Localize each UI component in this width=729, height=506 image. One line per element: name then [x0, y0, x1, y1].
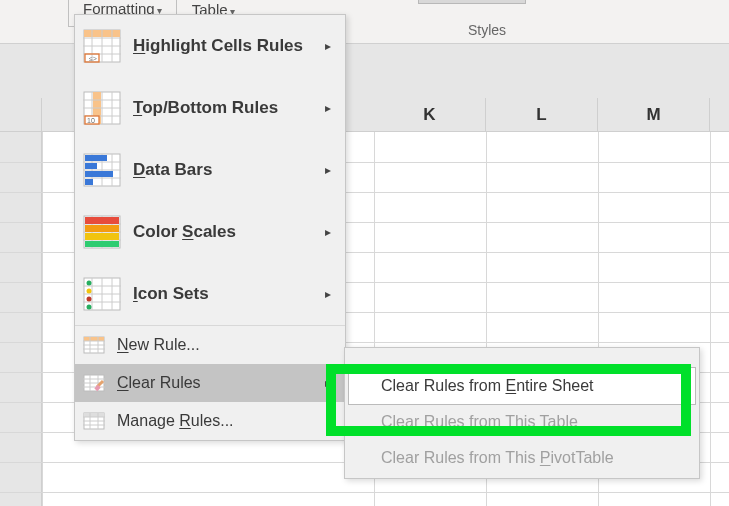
svg-text:≤>: ≤> — [89, 55, 97, 62]
submenu-item-clear-this-table: Clear Rules from This Table — [345, 404, 699, 440]
submenu-arrow-icon: ▸ — [325, 101, 331, 115]
clear-rules-icon — [81, 372, 107, 394]
submenu-item-clear-this-pivottable: Clear Rules from This PivotTable — [345, 440, 699, 476]
menu-item-clear-rules[interactable]: Clear Rules ▸ — [75, 364, 345, 402]
svg-rect-9 — [85, 155, 107, 161]
manage-rules-icon — [81, 410, 107, 432]
menu-item-label: Top/Bottom Rules — [123, 98, 325, 118]
svg-point-20 — [87, 289, 92, 294]
svg-point-19 — [87, 281, 92, 286]
svg-rect-14 — [85, 217, 119, 224]
color-scales-icon — [81, 213, 123, 251]
menu-item-label: Color Scales — [123, 222, 325, 242]
cell-styles-preview[interactable] — [418, 0, 526, 4]
svg-rect-17 — [85, 241, 119, 247]
icon-sets-icon — [81, 275, 123, 313]
svg-rect-10 — [85, 163, 97, 169]
column-header[interactable]: L — [486, 98, 598, 131]
conditional-formatting-menu: ≤> Highlight Cells Rules ▸ 10 Top/Bottom… — [74, 14, 346, 441]
menu-item-icon-sets[interactable]: Icon Sets ▸ — [75, 263, 345, 325]
submenu-arrow-icon: ▸ — [325, 376, 331, 390]
menu-item-label: Highlight Cells Rules — [123, 36, 325, 56]
submenu-arrow-icon: ▸ — [325, 39, 331, 53]
select-all-corner[interactable] — [0, 98, 42, 131]
clear-rules-submenu: Clear Rules from Selected Cells Clear Ru… — [344, 347, 700, 479]
menu-item-label: Data Bars — [123, 160, 325, 180]
column-header[interactable]: K — [374, 98, 486, 131]
menu-item-manage-rules[interactable]: Manage Rules... — [75, 402, 345, 440]
data-bars-icon — [81, 151, 123, 189]
menu-item-data-bars[interactable]: Data Bars ▸ — [75, 139, 345, 201]
column-header[interactable]: M — [598, 98, 710, 131]
row-headers[interactable] — [0, 132, 42, 506]
menu-item-top-bottom[interactable]: 10 Top/Bottom Rules ▸ — [75, 77, 345, 139]
highlight-cells-icon: ≤> — [81, 27, 123, 65]
top-bottom-icon: 10 — [81, 89, 123, 127]
svg-rect-24 — [84, 337, 104, 341]
svg-rect-15 — [85, 225, 119, 232]
menu-item-highlight-cells[interactable]: ≤> Highlight Cells Rules ▸ — [75, 15, 345, 77]
svg-text:10: 10 — [87, 117, 95, 124]
menu-item-new-rule[interactable]: New Rule... — [75, 326, 345, 364]
submenu-arrow-icon: ▸ — [325, 287, 331, 301]
svg-rect-28 — [84, 413, 104, 417]
menu-item-color-scales[interactable]: Color Scales ▸ — [75, 201, 345, 263]
ribbon-group-label-styles: Styles — [468, 22, 506, 38]
svg-point-21 — [87, 297, 92, 302]
menu-item-label: Clear Rules — [107, 374, 325, 392]
submenu-arrow-icon: ▸ — [325, 225, 331, 239]
menu-item-label: Manage Rules... — [107, 412, 335, 430]
menu-item-label: New Rule... — [107, 336, 335, 354]
svg-rect-16 — [85, 233, 119, 240]
svg-rect-11 — [85, 171, 113, 177]
svg-point-22 — [87, 305, 92, 310]
menu-item-label: Icon Sets — [123, 284, 325, 304]
new-rule-icon — [81, 334, 107, 356]
submenu-arrow-icon: ▸ — [325, 163, 331, 177]
submenu-item-clear-entire-sheet[interactable]: Clear Rules from Entire Sheet — [349, 368, 695, 404]
svg-rect-12 — [85, 179, 93, 185]
